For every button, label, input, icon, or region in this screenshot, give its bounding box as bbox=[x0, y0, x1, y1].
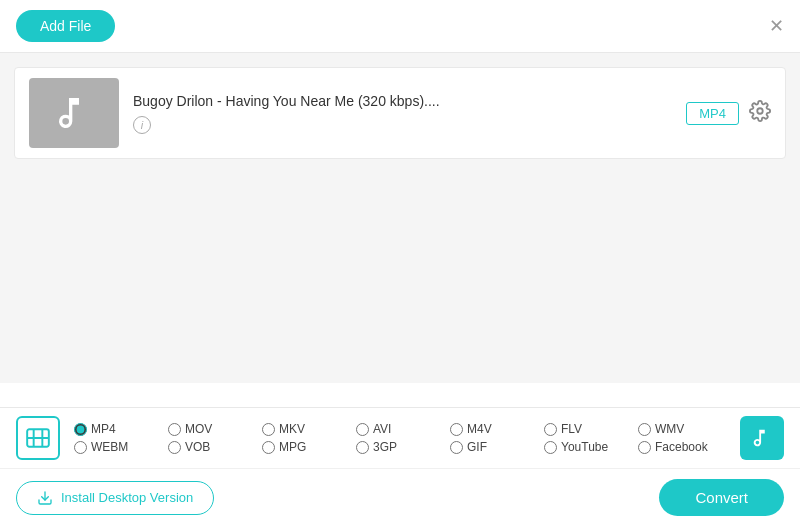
format-icon-box bbox=[16, 416, 60, 460]
format-label-wmv: WMV bbox=[655, 422, 684, 436]
radio-mov[interactable] bbox=[168, 423, 181, 436]
format-option-mkv[interactable]: MKV bbox=[262, 422, 356, 436]
format-label-facebook: Facebook bbox=[655, 440, 708, 454]
format-options: MP4 MOV MKV AVI M4V FLV bbox=[74, 422, 732, 454]
radio-mpg[interactable] bbox=[262, 441, 275, 454]
svg-point-0 bbox=[757, 108, 763, 114]
radio-flv[interactable] bbox=[544, 423, 557, 436]
format-option-facebook[interactable]: Facebook bbox=[638, 440, 732, 454]
file-thumbnail bbox=[29, 78, 119, 148]
format-label-m4v: M4V bbox=[467, 422, 492, 436]
format-bar: MP4 MOV MKV AVI M4V FLV bbox=[0, 408, 800, 469]
format-option-avi[interactable]: AVI bbox=[356, 422, 450, 436]
video-format-icon bbox=[25, 425, 51, 451]
file-item: Bugoy Drilon - Having You Near Me (320 k… bbox=[14, 67, 786, 159]
format-option-mov[interactable]: MOV bbox=[168, 422, 262, 436]
format-option-m4v[interactable]: M4V bbox=[450, 422, 544, 436]
format-label-3gp: 3GP bbox=[373, 440, 397, 454]
settings-button[interactable] bbox=[749, 100, 771, 127]
radio-3gp[interactable] bbox=[356, 441, 369, 454]
install-button-label: Install Desktop Version bbox=[61, 490, 193, 505]
format-option-mp4[interactable]: MP4 bbox=[74, 422, 168, 436]
format-option-mpg[interactable]: MPG bbox=[262, 440, 356, 454]
format-label-vob: VOB bbox=[185, 440, 210, 454]
info-icon[interactable]: i bbox=[133, 116, 151, 134]
top-bar: Add File ✕ bbox=[0, 0, 800, 53]
download-icon bbox=[37, 490, 53, 506]
format-label-avi: AVI bbox=[373, 422, 391, 436]
radio-webm[interactable] bbox=[74, 441, 87, 454]
format-label-webm: WEBM bbox=[91, 440, 128, 454]
format-label-gif: GIF bbox=[467, 440, 487, 454]
main-content: Bugoy Drilon - Having You Near Me (320 k… bbox=[0, 53, 800, 383]
format-option-webm[interactable]: WEBM bbox=[74, 440, 168, 454]
format-option-flv[interactable]: FLV bbox=[544, 422, 638, 436]
format-option-vob[interactable]: VOB bbox=[168, 440, 262, 454]
close-button[interactable]: ✕ bbox=[769, 17, 784, 35]
radio-wmv[interactable] bbox=[638, 423, 651, 436]
audio-icon-box[interactable] bbox=[740, 416, 784, 460]
radio-facebook[interactable] bbox=[638, 441, 651, 454]
convert-button[interactable]: Convert bbox=[659, 479, 784, 516]
audio-icon bbox=[751, 427, 773, 449]
radio-m4v[interactable] bbox=[450, 423, 463, 436]
gear-icon bbox=[749, 100, 771, 122]
format-label-mkv: MKV bbox=[279, 422, 305, 436]
format-option-3gp[interactable]: 3GP bbox=[356, 440, 450, 454]
format-option-youtube[interactable]: YouTube bbox=[544, 440, 638, 454]
format-option-wmv[interactable]: WMV bbox=[638, 422, 732, 436]
format-label-mov: MOV bbox=[185, 422, 212, 436]
radio-gif[interactable] bbox=[450, 441, 463, 454]
format-label-youtube: YouTube bbox=[561, 440, 608, 454]
file-name: Bugoy Drilon - Having You Near Me (320 k… bbox=[133, 93, 686, 109]
radio-vob[interactable] bbox=[168, 441, 181, 454]
install-desktop-button[interactable]: Install Desktop Version bbox=[16, 481, 214, 515]
format-label-mp4: MP4 bbox=[91, 422, 116, 436]
file-actions: MP4 bbox=[686, 100, 771, 127]
radio-avi[interactable] bbox=[356, 423, 369, 436]
radio-youtube[interactable] bbox=[544, 441, 557, 454]
format-label-mpg: MPG bbox=[279, 440, 306, 454]
add-file-button[interactable]: Add File bbox=[16, 10, 115, 42]
radio-mkv[interactable] bbox=[262, 423, 275, 436]
footer-bar: Install Desktop Version Convert bbox=[0, 469, 800, 526]
format-option-gif[interactable]: GIF bbox=[450, 440, 544, 454]
music-icon bbox=[54, 93, 94, 133]
format-badge: MP4 bbox=[686, 102, 739, 125]
bottom-section: MP4 MOV MKV AVI M4V FLV bbox=[0, 407, 800, 526]
file-info: Bugoy Drilon - Having You Near Me (320 k… bbox=[133, 93, 686, 134]
radio-mp4[interactable] bbox=[74, 423, 87, 436]
empty-area bbox=[14, 159, 786, 359]
format-label-flv: FLV bbox=[561, 422, 582, 436]
